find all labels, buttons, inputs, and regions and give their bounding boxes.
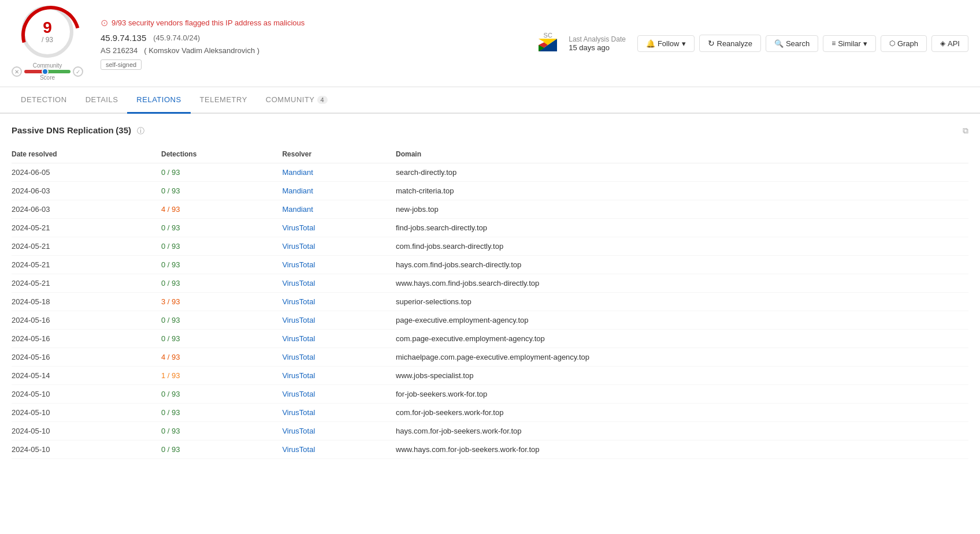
col-detections: Detections <box>161 145 282 163</box>
table-row: 2024-05-18 3 / 93 VirusTotal superior-se… <box>12 293 968 311</box>
cell-detections: 0 / 93 <box>161 385 282 404</box>
cell-domain: com.find-jobs.search-directly.top <box>396 237 968 256</box>
tab-relations[interactable]: RELATIONS <box>127 87 190 114</box>
table-row: 2024-05-21 0 / 93 VirusTotal find-jobs.s… <box>12 219 968 237</box>
score-denom: / 93 <box>42 36 53 44</box>
cell-date: 2024-05-21 <box>12 237 161 256</box>
reanalyze-icon: ↻ <box>708 39 715 48</box>
detection-value: 0 / 93 <box>161 242 180 251</box>
cell-resolver: VirusTotal <box>282 440 396 459</box>
reanalyze-button[interactable]: ↻ Reanalyze <box>699 35 761 52</box>
graph-icon: ⬡ <box>889 39 895 47</box>
tab-details[interactable]: DETAILS <box>76 87 128 114</box>
table-row: 2024-05-21 0 / 93 VirusTotal hays.com.fi… <box>12 256 968 274</box>
resolver-link[interactable]: VirusTotal <box>282 242 315 251</box>
sc-label: SC <box>544 32 552 39</box>
table-row: 2024-06-03 0 / 93 Mandiant match-criteri… <box>12 182 968 200</box>
search-label: Search <box>786 39 810 48</box>
domain-link[interactable]: com.page-executive.employment-agency.top <box>396 334 545 343</box>
dns-table: Date resolved Detections Resolver Domain… <box>12 145 968 459</box>
graph-button[interactable]: ⬡ Graph <box>881 35 927 52</box>
asn-row: AS 216234 ( Komskov Vadim Aleksandrovich… <box>101 46 539 55</box>
domain-link[interactable]: new-jobs.top <box>396 205 439 214</box>
table-row: 2024-05-21 0 / 93 VirusTotal com.find-jo… <box>12 237 968 256</box>
resolver-link[interactable]: VirusTotal <box>282 371 315 380</box>
domain-link[interactable]: www.jobs-specialist.top <box>396 371 473 380</box>
domain-link[interactable]: com.find-jobs.search-directly.top <box>396 242 503 251</box>
resolver-link[interactable]: VirusTotal <box>282 334 315 343</box>
last-analysis-label: Last Analysis Date <box>569 35 626 43</box>
table-row: 2024-05-14 1 / 93 VirusTotal www.jobs-sp… <box>12 367 968 385</box>
resolver-link[interactable]: VirusTotal <box>282 408 315 417</box>
cell-detections: 0 / 93 <box>161 440 282 459</box>
cell-domain: hays.com.for-job-seekers.work-for.top <box>396 422 968 440</box>
cell-resolver: VirusTotal <box>282 237 396 256</box>
domain-link[interactable]: com.for-job-seekers.work-for.top <box>396 408 503 417</box>
cell-detections: 0 / 93 <box>161 182 282 200</box>
resolver-link[interactable]: VirusTotal <box>282 279 315 287</box>
detection-value: 0 / 93 <box>161 168 180 177</box>
ip-right: SC Last Analysis Date 15 days ago <box>539 32 626 55</box>
resolver-link[interactable]: Mandiant <box>282 186 313 195</box>
search-button[interactable]: 🔍 Search <box>766 35 818 52</box>
follow-button[interactable]: 🔔 Follow ▾ <box>637 35 695 52</box>
cell-detections: 0 / 93 <box>161 274 282 293</box>
ip-row: 45.9.74.135 (45.9.74.0/24) <box>101 33 539 43</box>
cell-date: 2024-06-03 <box>12 200 161 219</box>
header-row: Date resolved Detections Resolver Domain <box>12 145 968 163</box>
resolver-link[interactable]: VirusTotal <box>282 297 315 306</box>
api-button[interactable]: ◈ API <box>931 35 968 52</box>
domain-link[interactable]: www.hays.com.find-jobs.search-directly.t… <box>396 279 539 287</box>
tab-telemetry[interactable]: TELEMETRY <box>191 87 257 114</box>
cell-resolver: VirusTotal <box>282 367 396 385</box>
resolver-link[interactable]: Mandiant <box>282 205 313 214</box>
resolver-link[interactable]: VirusTotal <box>282 353 315 361</box>
domain-link[interactable]: match-criteria.top <box>396 186 454 195</box>
cell-date: 2024-05-10 <box>12 404 161 422</box>
cell-domain: com.for-job-seekers.work-for.top <box>396 404 968 422</box>
cell-resolver: VirusTotal <box>282 404 396 422</box>
domain-link[interactable]: hays.com.find-jobs.search-directly.top <box>396 260 521 269</box>
domain-link[interactable]: www.hays.com.for-job-seekers.work-for.to… <box>396 445 540 454</box>
sc-info: SC <box>539 32 557 55</box>
resolver-link[interactable]: VirusTotal <box>282 390 315 398</box>
domain-link[interactable]: page-executive.employment-agency.top <box>396 316 529 324</box>
detection-value: 1 / 93 <box>161 371 180 380</box>
cell-detections: 1 / 93 <box>161 367 282 385</box>
last-analysis-value: 15 days ago <box>569 43 626 52</box>
cell-domain: new-jobs.top <box>396 200 968 219</box>
cell-detections: 0 / 93 <box>161 422 282 440</box>
resolver-link[interactable]: VirusTotal <box>282 445 315 454</box>
domain-link[interactable]: search-directly.top <box>396 168 456 177</box>
resolver-link[interactable]: VirusTotal <box>282 260 315 269</box>
cell-date: 2024-05-14 <box>12 367 161 385</box>
cell-resolver: VirusTotal <box>282 256 396 274</box>
resolver-link[interactable]: VirusTotal <box>282 427 315 435</box>
resolver-link[interactable]: Mandiant <box>282 168 313 177</box>
section-title: Passive DNS Replication <box>12 125 114 135</box>
col-resolver: Resolver <box>282 145 396 163</box>
tab-community[interactable]: COMMUNITY4 <box>257 87 337 114</box>
domain-link[interactable]: find-jobs.search-directly.top <box>396 223 487 232</box>
info-icon[interactable]: ⓘ <box>137 126 144 135</box>
similar-button[interactable]: ≡ Similar ▾ <box>823 35 876 52</box>
resolver-link[interactable]: VirusTotal <box>282 316 315 324</box>
detection-value: 4 / 93 <box>161 205 180 214</box>
detection-value: 4 / 93 <box>161 353 180 361</box>
cell-date: 2024-05-16 <box>12 330 161 348</box>
col-date: Date resolved <box>12 145 161 163</box>
domain-link[interactable]: hays.com.for-job-seekers.work-for.top <box>396 427 521 435</box>
reanalyze-label: Reanalyze <box>717 39 752 48</box>
tab-detection[interactable]: DETECTION <box>12 87 76 114</box>
domain-link[interactable]: michaelpage.com.page-executive.employmen… <box>396 353 589 361</box>
detection-value: 0 / 93 <box>161 186 180 195</box>
domain-link[interactable]: for-job-seekers.work-for.top <box>396 390 487 398</box>
cell-domain: search-directly.top <box>396 163 968 182</box>
resolver-link[interactable]: VirusTotal <box>282 223 315 232</box>
community-score-x[interactable]: ✕ <box>12 66 22 77</box>
copy-icon[interactable]: ⧉ <box>963 126 968 136</box>
domain-link[interactable]: superior-selections.top <box>396 297 472 306</box>
community-score-bar-wrap: Community Score <box>24 62 70 81</box>
top-actions: 🔔 Follow ▾ ↻ Reanalyze 🔍 Search ≡ Simila… <box>637 35 968 52</box>
table-row: 2024-05-21 0 / 93 VirusTotal www.hays.co… <box>12 274 968 293</box>
